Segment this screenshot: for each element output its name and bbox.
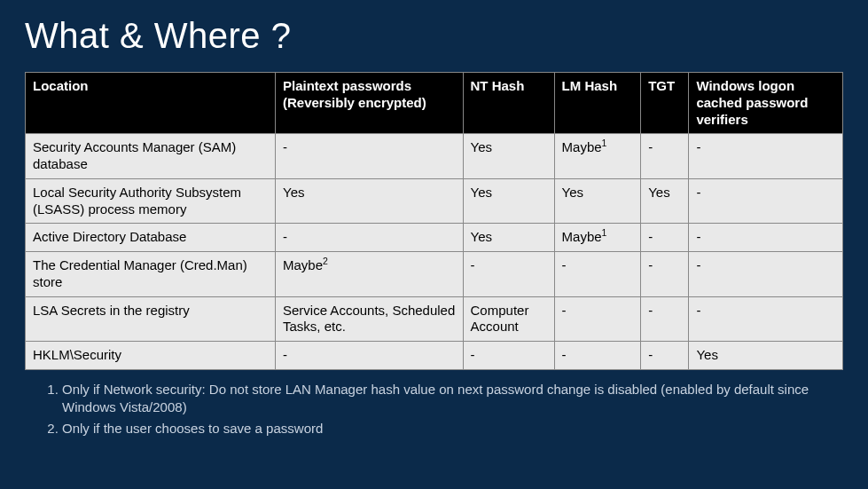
cell-verifiers: - [689,134,843,179]
cell-verifiers: - [689,252,843,297]
cell-plaintext: - [276,342,464,370]
footnote-2: Only if the user chooses to save a passw… [62,420,843,438]
cell-plaintext: Service Accounts, Scheduled Tasks, etc. [276,296,464,342]
table-row: Security Accounts Manager (SAM) database… [26,134,843,179]
col-lmhash: LM Hash [554,73,641,134]
cell-tgt: - [641,342,689,370]
col-verifiers: Windows logon cached password verifiers [689,73,843,134]
cell-plaintext: - [276,134,464,179]
cell-verifiers: Yes [689,342,843,370]
col-nthash: NT Hash [463,73,554,134]
cell-location: The Credential Manager (Cred.Man) store [26,252,276,297]
footnotes-list: Only if Network security: Do not store L… [25,381,843,438]
credential-location-table: Location Plaintext passwords (Reversibly… [25,72,843,370]
cell-plaintext: - [276,224,464,252]
cell-plaintext: Yes [276,178,464,224]
cell-location: Security Accounts Manager (SAM) database [26,134,276,179]
cell-verifiers: - [689,178,843,224]
cell-nthash: Yes [463,178,554,224]
table-row: Active Directory Database - Yes Maybe1 -… [26,224,843,252]
col-location: Location [26,73,276,134]
cell-tgt: - [641,134,689,179]
cell-nthash: - [463,342,554,370]
cell-tgt: - [641,296,689,342]
cell-tgt: Yes [641,178,689,224]
table-row: LSA Secrets in the registry Service Acco… [26,296,843,342]
cell-location: LSA Secrets in the registry [26,296,276,342]
footnote-1: Only if Network security: Do not store L… [62,381,843,417]
cell-tgt: - [641,252,689,297]
table-row: The Credential Manager (Cred.Man) store … [26,252,843,297]
cell-lmhash: - [554,252,641,297]
cell-plaintext: Maybe2 [276,252,464,297]
cell-location: HKLM\Security [26,342,276,370]
table-row: Local Security Authority Subsystem (LSAS… [26,178,843,224]
col-plaintext: Plaintext passwords (Reversibly encrypte… [276,73,464,134]
col-tgt: TGT [641,73,689,134]
cell-verifiers: - [689,224,843,252]
cell-lmhash: - [554,296,641,342]
table-row: HKLM\Security - - - - Yes [26,342,843,370]
cell-lmhash: - [554,342,641,370]
cell-location: Local Security Authority Subsystem (LSAS… [26,178,276,224]
cell-tgt: - [641,224,689,252]
cell-location: Active Directory Database [26,224,276,252]
table-header-row: Location Plaintext passwords (Reversibly… [26,73,843,134]
slide-title: What & Where ? [25,16,843,56]
cell-lmhash: Maybe1 [554,224,641,252]
cell-nthash: Yes [463,224,554,252]
cell-nthash: - [463,252,554,297]
cell-nthash: Yes [463,134,554,179]
cell-verifiers: - [689,296,843,342]
cell-lmhash: Yes [554,178,641,224]
cell-nthash: Computer Account [463,296,554,342]
cell-lmhash: Maybe1 [554,134,641,179]
